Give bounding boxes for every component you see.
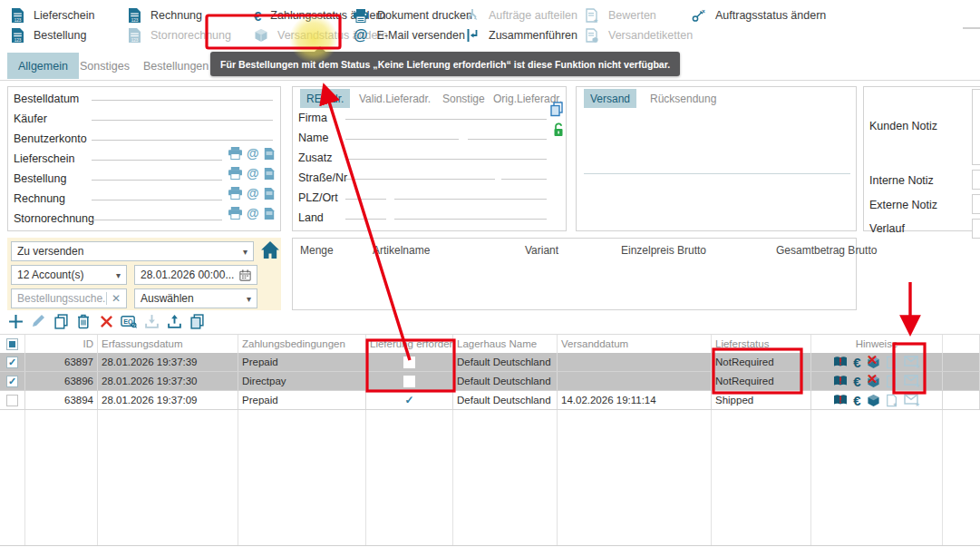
- document-icon[interactable]: [264, 207, 275, 220]
- payment-euro-icon[interactable]: €: [853, 394, 860, 407]
- book-alert-icon[interactable]: [833, 393, 848, 407]
- document-icon[interactable]: [264, 167, 275, 181]
- mail-star-icon[interactable]: ★: [904, 375, 920, 387]
- land-code-input[interactable]: [345, 204, 386, 220]
- toolbar-item-lieferschein[interactable]: 123 Lieferschein: [11, 6, 94, 24]
- table-row[interactable]: ✓ 63897 28.01.2026 19:37:39 Prepaid Defa…: [0, 353, 980, 372]
- home-icon[interactable]: [260, 240, 280, 260]
- bestelldatum-input[interactable]: [92, 85, 273, 101]
- search-eq-button[interactable]: EQ: [121, 313, 137, 329]
- email-icon[interactable]: @: [247, 187, 259, 200]
- toolbar-item-label: Versandetiketten: [608, 29, 693, 42]
- import-button[interactable]: [143, 313, 160, 329]
- col-header-versanddatum[interactable]: Versanddatum: [558, 335, 712, 353]
- zusatz-input[interactable]: [345, 144, 547, 160]
- col-header-id[interactable]: ID: [25, 335, 98, 353]
- shipping-tab-ruecksendung[interactable]: Rücksendung: [644, 89, 723, 108]
- cancel-button[interactable]: [98, 313, 114, 329]
- copy-row-button[interactable]: [53, 313, 69, 329]
- table-row[interactable]: 63894 28.01.2026 19:37:09 Prepaid ✓ Defa…: [0, 391, 980, 410]
- book-alert-icon[interactable]: [833, 374, 848, 388]
- print-icon[interactable]: [228, 187, 242, 200]
- delete-row-button[interactable]: [75, 313, 92, 329]
- toolbar-item-zusammenfuehren[interactable]: Zusammenführen: [465, 26, 577, 44]
- email-icon[interactable]: @: [247, 207, 259, 220]
- verlauf-input[interactable]: [972, 219, 980, 239]
- document-123-icon: 123: [128, 8, 141, 23]
- toolbar-item-versandetiketten[interactable]: Versandetiketten: [585, 26, 693, 44]
- ort-input[interactable]: [394, 184, 547, 200]
- table-row[interactable]: ✓ 63896 28.01.2026 19:37:30 Directpay De…: [0, 372, 980, 391]
- toolbar-item-stornorechnung[interactable]: 123 Stornorechnung: [128, 26, 231, 44]
- payment-euro-icon[interactable]: €: [853, 356, 860, 369]
- toolbar-item-email-versenden[interactable]: @ E-Mail versenden: [354, 26, 465, 44]
- email-icon[interactable]: @: [247, 147, 259, 161]
- print-icon[interactable]: [228, 167, 242, 180]
- row-checkbox[interactable]: [0, 391, 25, 409]
- status-filter-select[interactable]: Zu versenden ▾: [11, 241, 254, 261]
- document-star-icon[interactable]: ★: [886, 394, 898, 407]
- document-star-icon[interactable]: ★: [886, 375, 898, 388]
- shipping-blocked-icon[interactable]: ✕: [867, 375, 880, 388]
- address-tab-re-adr[interactable]: RE.Adr.: [300, 89, 350, 108]
- edit-row-button[interactable]: [30, 313, 46, 329]
- col-header-lagerhaus-name[interactable]: Lagerhaus Name: [453, 335, 558, 353]
- print-icon[interactable]: [228, 147, 242, 160]
- toolbar-item-auftraege-aufteilen[interactable]: Aufträge aufteilen: [465, 6, 577, 24]
- document-star-icon[interactable]: ★: [886, 356, 898, 369]
- select-all-checkbox[interactable]: [0, 335, 25, 353]
- print-icon[interactable]: [228, 207, 242, 220]
- account-filter-select[interactable]: 12 Account(s) ▾: [11, 265, 127, 285]
- document-icon[interactable]: [264, 187, 275, 200]
- email-icon[interactable]: @: [247, 167, 259, 181]
- tab-sonstiges[interactable]: Sonstiges: [69, 53, 141, 79]
- row-checkbox[interactable]: ✓: [0, 353, 25, 371]
- copy-export-button[interactable]: [189, 313, 205, 329]
- toolbar-item-rechnung[interactable]: 123 Rechnung: [128, 6, 202, 24]
- document-icon[interactable]: [264, 147, 275, 161]
- toolbar-item-auftragsstatus-aendern[interactable]: × Auftragsstatus ändern: [691, 6, 826, 24]
- toolbar-item-dokument-drucken[interactable]: Dokument drucken: [354, 6, 472, 24]
- interne-notiz-input[interactable]: [972, 170, 980, 190]
- toolbar-item-bewerten[interactable]: ★ Bewerten: [585, 6, 656, 24]
- shipping-blocked-icon[interactable]: ✕: [867, 356, 880, 369]
- rechnung-input[interactable]: [92, 185, 222, 200]
- toolbar-item-label: E-Mail versenden: [377, 29, 465, 42]
- payment-euro-icon[interactable]: €: [853, 375, 860, 388]
- name-input-2[interactable]: [468, 124, 547, 140]
- col-header-lieferstatus[interactable]: Lieferstatus: [712, 335, 811, 353]
- kunden-notiz-textarea[interactable]: [972, 89, 980, 165]
- col-header-zahlungsbedingungen[interactable]: Zahlungsbedingungen: [238, 335, 366, 353]
- bestellung-input[interactable]: [92, 165, 222, 181]
- copy-address-icon[interactable]: [549, 102, 564, 117]
- book-alert-icon[interactable]: [833, 355, 848, 369]
- shipping-tab-versand[interactable]: Versand: [584, 89, 636, 108]
- shipping-cube-icon[interactable]: [867, 394, 880, 407]
- col-header-erfassungsdatum[interactable]: Erfassungsdatum: [98, 335, 238, 353]
- benutzerkonto-input[interactable]: [92, 125, 273, 141]
- strasse-input[interactable]: [345, 164, 495, 180]
- bestellungssuche-input[interactable]: Bestellungssuche... ✕: [11, 288, 127, 308]
- mail-star-icon[interactable]: ★: [904, 394, 920, 406]
- land-input[interactable]: [394, 204, 547, 220]
- export-button[interactable]: [166, 313, 182, 329]
- col-header-hinweise[interactable]: Hinweise: [811, 335, 943, 353]
- add-row-button[interactable]: [7, 313, 24, 329]
- lieferschein-input[interactable]: [92, 145, 222, 161]
- plz-input[interactable]: [345, 184, 386, 200]
- unlock-icon[interactable]: [552, 122, 565, 137]
- articles-header-artikelname: Artikelname: [373, 244, 430, 257]
- mail-star-icon[interactable]: ★: [904, 356, 920, 368]
- date-filter-input[interactable]: 28.01.2026 00:00...: [134, 265, 257, 285]
- stornorechnung-input[interactable]: [92, 205, 222, 220]
- hausnummer-input[interactable]: [501, 164, 547, 180]
- auswaehlen-select[interactable]: Auswählen ▾: [134, 288, 257, 308]
- col-header-lieferung-erforderlich[interactable]: Lieferung erforderli...: [366, 335, 453, 353]
- row-checkbox[interactable]: ✓: [0, 372, 25, 390]
- toolbar-item-bestellung[interactable]: 123 Bestellung: [11, 26, 86, 44]
- kaeufer-input[interactable]: [92, 105, 273, 121]
- externe-notiz-input[interactable]: [972, 194, 980, 214]
- clear-search-icon[interactable]: ✕: [106, 292, 121, 305]
- name-input-1[interactable]: [345, 124, 459, 140]
- firma-input[interactable]: [345, 104, 547, 120]
